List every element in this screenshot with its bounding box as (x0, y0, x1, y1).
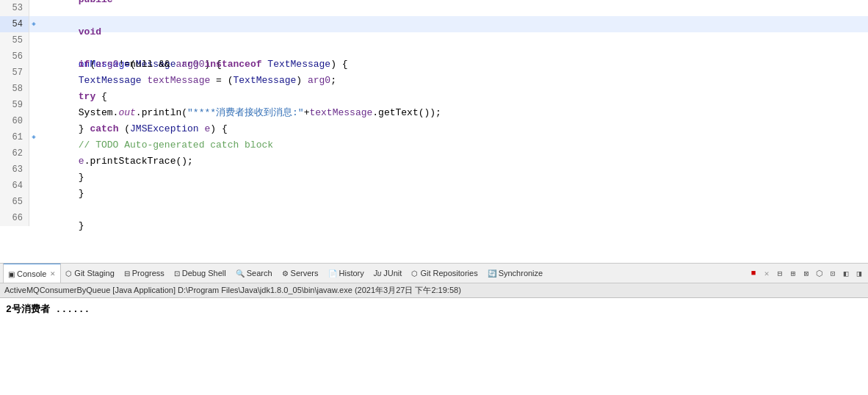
console-output: 2号消费者 ...... (0, 298, 868, 395)
line-number-65: 65 (0, 194, 29, 210)
tab-history-label: History (339, 269, 364, 278)
line-marker-54: ◈ (29, 16, 38, 32)
history-icon: 📄 (328, 269, 337, 278)
tab-git-staging-label: Git Staging (74, 269, 114, 278)
tab-git-repos-label: Git Repositories (420, 269, 477, 278)
line-number-64: 64 (0, 178, 29, 194)
stop-action-icon[interactable]: ■ (748, 267, 759, 279)
tab-synchronize[interactable]: 🔄 Synchronize (483, 263, 549, 283)
console-status-bar: ActiveMQConsumerByQueue [Java Applicatio… (0, 283, 868, 298)
line-number-58: 58 (0, 81, 29, 97)
junit-icon: Ju (374, 269, 382, 278)
terminate-action-icon[interactable]: ✕ (761, 267, 773, 279)
tab-console[interactable]: ▣ Console ✕ (3, 263, 61, 283)
tab-git-staging[interactable]: ⬡ Git Staging (61, 263, 119, 283)
console-output-line: 2号消费者 ...... (6, 304, 90, 315)
tab-console-x: ✕ (50, 270, 56, 278)
line-marker-61: ◈ (29, 129, 38, 145)
code-editor: 53 54 ◈ public void onMessage(Message ar… (0, 0, 868, 263)
line-number-63: 63 (0, 162, 29, 178)
line-number-66: 66 (0, 210, 29, 226)
tab-progress[interactable]: ⊟ Progress (120, 263, 170, 283)
line-number-61: 61 (0, 129, 29, 145)
tab-search-label: Search (247, 269, 272, 278)
tab-debug-shell[interactable]: ⊡ Debug Shell (170, 263, 231, 283)
console-status-text: ActiveMQConsumerByQueue [Java Applicatio… (4, 285, 461, 296)
tab-bar-actions: ■ ✕ ⊟ ⊞ ⊠ ⬡ ⊡ ◧ ◨ (748, 267, 865, 279)
getText: .getText()); (372, 107, 441, 118)
tab-synchronize-label: Synchronize (499, 269, 543, 278)
line-number-60: 60 (0, 113, 29, 129)
line-number-54: 54 (0, 16, 29, 32)
debug-shell-icon: ⊡ (174, 269, 180, 278)
restore-icon[interactable]: ◨ (853, 267, 865, 279)
pin-action-icon[interactable]: ⊠ (800, 267, 812, 279)
tab-junit-label: JUnit (383, 269, 402, 278)
maximize-icon[interactable]: ⊡ (827, 267, 839, 279)
tab-servers[interactable]: ⚙ Servers (278, 263, 324, 283)
code-line-66: 66 } (0, 210, 868, 226)
tab-servers-label: Servers (291, 269, 319, 278)
line-number-55: 55 (0, 32, 29, 48)
keyword-public: public (79, 0, 113, 5)
tab-git-repositories[interactable]: ⬡ Git Repositories (407, 263, 482, 283)
git-repos-icon: ⬡ (411, 269, 418, 278)
search-icon: 🔍 (236, 269, 245, 278)
code-content-66: } (38, 186, 210, 250)
tab-console-label: Console (17, 269, 46, 278)
tab-progress-label: Progress (132, 269, 164, 278)
view-menu-icon[interactable]: ⬡ (814, 267, 825, 279)
minimize-icon[interactable]: ◧ (840, 267, 852, 279)
close-brace-66: } (79, 220, 84, 231)
git-staging-icon: ⬡ (65, 269, 72, 278)
console-icon: ▣ (8, 270, 15, 278)
tab-history[interactable]: 📄 History (324, 263, 369, 283)
line-number-62: 62 (0, 145, 29, 162)
line-number-56: 56 (0, 48, 29, 65)
tab-bar: ▣ Console ✕ ⬡ Git Staging ⊟ Progress ⊡ D… (0, 263, 868, 283)
line-number-57: 57 (0, 65, 29, 81)
progress-icon: ⊟ (124, 269, 130, 278)
synchronize-icon: 🔄 (488, 269, 496, 278)
remove-action-icon[interactable]: ⊟ (774, 267, 786, 279)
tab-search[interactable]: 🔍 Search (231, 263, 278, 283)
line-number-59: 59 (0, 97, 29, 113)
tab-debug-shell-label: Debug Shell (182, 269, 226, 278)
servers-icon: ⚙ (282, 269, 289, 278)
tab-junit[interactable]: Ju JUnit (369, 263, 408, 283)
clear-action-icon[interactable]: ⊞ (787, 267, 799, 279)
line-number-53: 53 (0, 0, 29, 16)
space (79, 10, 84, 21)
